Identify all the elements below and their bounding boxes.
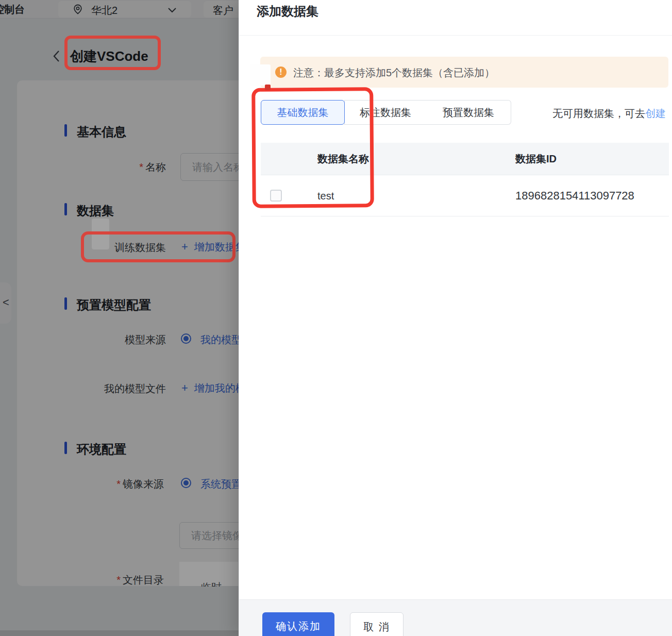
column-header-id: 数据集ID (515, 143, 557, 175)
annotation-eraser-patch (250, 64, 271, 86)
annotation-box-train-dataset (81, 231, 236, 262)
cancel-button[interactable]: 取 消 (350, 612, 404, 636)
drawer-title: 添加数据集 (257, 3, 318, 20)
notice-text: 注意：最多支持添加5个数据集（含已添加） (293, 66, 495, 80)
annotation-box-dataset-list (251, 87, 374, 208)
app-root: 控制台 华北2 客户 创建VSCode 基本信息 *名称 数据集 训练数据集 +… (0, 0, 672, 636)
annotation-highlight-patch (179, 562, 238, 586)
notice-banner: ! 注意：最多支持添加5个数据集（含已添加） (260, 57, 668, 88)
confirm-add-button[interactable]: 确认添加 (262, 612, 334, 636)
annotation-dot (265, 85, 271, 90)
drawer-footer: 确认添加 取 消 (239, 599, 672, 636)
create-dataset-link[interactable]: 创建 (645, 108, 666, 119)
annotation-box-page-title (64, 36, 161, 70)
add-dataset-drawer: 添加数据集 ! 注意：最多支持添加5个数据集（含已添加） 基础数据集 标注数据集… (239, 0, 672, 636)
tab-preset-dataset[interactable]: 预置数据集 (426, 100, 511, 125)
warning-icon: ! (275, 66, 287, 78)
no-dataset-hint: 无可用数据集，可去创建 (552, 107, 666, 121)
dataset-id-cell: 1896828154113097728 (515, 175, 634, 216)
divider (239, 35, 672, 36)
